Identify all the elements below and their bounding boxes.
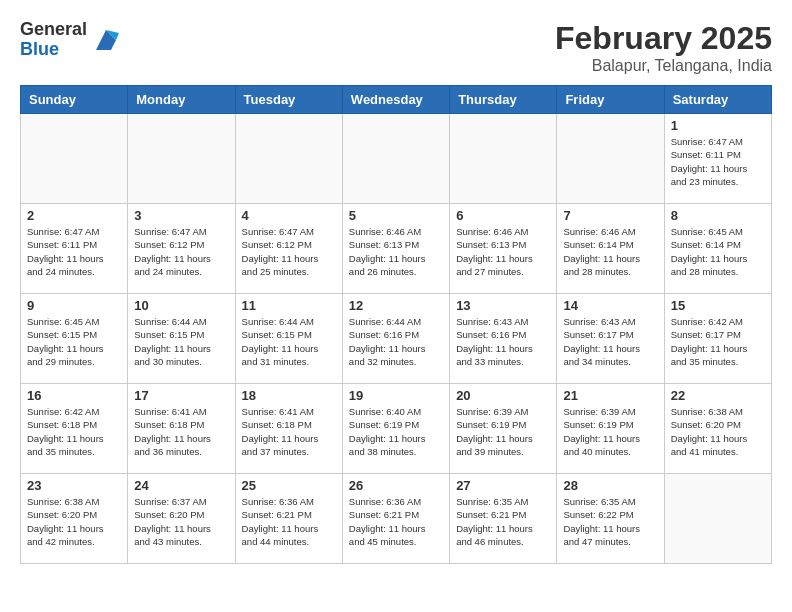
day-number: 18	[242, 388, 336, 403]
day-info: Sunrise: 6:38 AM Sunset: 6:20 PM Dayligh…	[27, 495, 121, 548]
day-number: 19	[349, 388, 443, 403]
logo: General Blue	[20, 20, 121, 60]
day-info: Sunrise: 6:35 AM Sunset: 6:22 PM Dayligh…	[563, 495, 657, 548]
calendar-cell	[21, 114, 128, 204]
day-info: Sunrise: 6:38 AM Sunset: 6:20 PM Dayligh…	[671, 405, 765, 458]
calendar-cell: 4Sunrise: 6:47 AM Sunset: 6:12 PM Daylig…	[235, 204, 342, 294]
day-number: 11	[242, 298, 336, 313]
day-number: 26	[349, 478, 443, 493]
calendar-cell: 18Sunrise: 6:41 AM Sunset: 6:18 PM Dayli…	[235, 384, 342, 474]
calendar-cell	[664, 474, 771, 564]
day-info: Sunrise: 6:46 AM Sunset: 6:14 PM Dayligh…	[563, 225, 657, 278]
calendar-cell: 28Sunrise: 6:35 AM Sunset: 6:22 PM Dayli…	[557, 474, 664, 564]
location-title: Balapur, Telangana, India	[555, 57, 772, 75]
calendar-week-5: 23Sunrise: 6:38 AM Sunset: 6:20 PM Dayli…	[21, 474, 772, 564]
day-number: 5	[349, 208, 443, 223]
weekday-header-monday: Monday	[128, 86, 235, 114]
calendar-cell: 1Sunrise: 6:47 AM Sunset: 6:11 PM Daylig…	[664, 114, 771, 204]
calendar-cell	[557, 114, 664, 204]
day-number: 7	[563, 208, 657, 223]
day-info: Sunrise: 6:45 AM Sunset: 6:14 PM Dayligh…	[671, 225, 765, 278]
calendar-cell	[235, 114, 342, 204]
day-info: Sunrise: 6:37 AM Sunset: 6:20 PM Dayligh…	[134, 495, 228, 548]
day-number: 27	[456, 478, 550, 493]
day-info: Sunrise: 6:41 AM Sunset: 6:18 PM Dayligh…	[134, 405, 228, 458]
calendar-cell: 17Sunrise: 6:41 AM Sunset: 6:18 PM Dayli…	[128, 384, 235, 474]
day-number: 3	[134, 208, 228, 223]
calendar-cell: 3Sunrise: 6:47 AM Sunset: 6:12 PM Daylig…	[128, 204, 235, 294]
day-number: 22	[671, 388, 765, 403]
day-info: Sunrise: 6:44 AM Sunset: 6:16 PM Dayligh…	[349, 315, 443, 368]
title-area: February 2025 Balapur, Telangana, India	[555, 20, 772, 75]
weekday-header-row: SundayMondayTuesdayWednesdayThursdayFrid…	[21, 86, 772, 114]
day-info: Sunrise: 6:40 AM Sunset: 6:19 PM Dayligh…	[349, 405, 443, 458]
day-info: Sunrise: 6:43 AM Sunset: 6:16 PM Dayligh…	[456, 315, 550, 368]
calendar-cell: 19Sunrise: 6:40 AM Sunset: 6:19 PM Dayli…	[342, 384, 449, 474]
day-number: 16	[27, 388, 121, 403]
calendar-cell: 24Sunrise: 6:37 AM Sunset: 6:20 PM Dayli…	[128, 474, 235, 564]
day-number: 21	[563, 388, 657, 403]
day-info: Sunrise: 6:43 AM Sunset: 6:17 PM Dayligh…	[563, 315, 657, 368]
day-number: 13	[456, 298, 550, 313]
calendar-cell: 10Sunrise: 6:44 AM Sunset: 6:15 PM Dayli…	[128, 294, 235, 384]
calendar-cell: 25Sunrise: 6:36 AM Sunset: 6:21 PM Dayli…	[235, 474, 342, 564]
calendar-cell: 5Sunrise: 6:46 AM Sunset: 6:13 PM Daylig…	[342, 204, 449, 294]
day-number: 14	[563, 298, 657, 313]
calendar-cell: 7Sunrise: 6:46 AM Sunset: 6:14 PM Daylig…	[557, 204, 664, 294]
day-number: 10	[134, 298, 228, 313]
day-number: 8	[671, 208, 765, 223]
weekday-header-sunday: Sunday	[21, 86, 128, 114]
day-info: Sunrise: 6:47 AM Sunset: 6:11 PM Dayligh…	[27, 225, 121, 278]
weekday-header-saturday: Saturday	[664, 86, 771, 114]
calendar-cell: 8Sunrise: 6:45 AM Sunset: 6:14 PM Daylig…	[664, 204, 771, 294]
calendar-cell: 9Sunrise: 6:45 AM Sunset: 6:15 PM Daylig…	[21, 294, 128, 384]
calendar-cell: 22Sunrise: 6:38 AM Sunset: 6:20 PM Dayli…	[664, 384, 771, 474]
day-number: 17	[134, 388, 228, 403]
day-number: 12	[349, 298, 443, 313]
day-info: Sunrise: 6:44 AM Sunset: 6:15 PM Dayligh…	[242, 315, 336, 368]
day-info: Sunrise: 6:45 AM Sunset: 6:15 PM Dayligh…	[27, 315, 121, 368]
calendar-cell	[450, 114, 557, 204]
calendar-cell: 27Sunrise: 6:35 AM Sunset: 6:21 PM Dayli…	[450, 474, 557, 564]
day-info: Sunrise: 6:36 AM Sunset: 6:21 PM Dayligh…	[242, 495, 336, 548]
calendar-cell: 23Sunrise: 6:38 AM Sunset: 6:20 PM Dayli…	[21, 474, 128, 564]
day-info: Sunrise: 6:44 AM Sunset: 6:15 PM Dayligh…	[134, 315, 228, 368]
day-info: Sunrise: 6:46 AM Sunset: 6:13 PM Dayligh…	[456, 225, 550, 278]
day-number: 9	[27, 298, 121, 313]
calendar-cell: 12Sunrise: 6:44 AM Sunset: 6:16 PM Dayli…	[342, 294, 449, 384]
day-number: 23	[27, 478, 121, 493]
day-info: Sunrise: 6:47 AM Sunset: 6:12 PM Dayligh…	[134, 225, 228, 278]
day-info: Sunrise: 6:47 AM Sunset: 6:12 PM Dayligh…	[242, 225, 336, 278]
calendar-week-1: 1Sunrise: 6:47 AM Sunset: 6:11 PM Daylig…	[21, 114, 772, 204]
day-info: Sunrise: 6:42 AM Sunset: 6:18 PM Dayligh…	[27, 405, 121, 458]
header: General Blue February 2025 Balapur, Tela…	[20, 20, 772, 75]
day-number: 2	[27, 208, 121, 223]
day-info: Sunrise: 6:46 AM Sunset: 6:13 PM Dayligh…	[349, 225, 443, 278]
calendar-cell: 2Sunrise: 6:47 AM Sunset: 6:11 PM Daylig…	[21, 204, 128, 294]
calendar-cell: 11Sunrise: 6:44 AM Sunset: 6:15 PM Dayli…	[235, 294, 342, 384]
day-info: Sunrise: 6:41 AM Sunset: 6:18 PM Dayligh…	[242, 405, 336, 458]
day-number: 25	[242, 478, 336, 493]
day-number: 1	[671, 118, 765, 133]
calendar-week-3: 9Sunrise: 6:45 AM Sunset: 6:15 PM Daylig…	[21, 294, 772, 384]
day-info: Sunrise: 6:36 AM Sunset: 6:21 PM Dayligh…	[349, 495, 443, 548]
month-title: February 2025	[555, 20, 772, 57]
calendar-cell: 26Sunrise: 6:36 AM Sunset: 6:21 PM Dayli…	[342, 474, 449, 564]
calendar-cell: 15Sunrise: 6:42 AM Sunset: 6:17 PM Dayli…	[664, 294, 771, 384]
weekday-header-thursday: Thursday	[450, 86, 557, 114]
day-info: Sunrise: 6:39 AM Sunset: 6:19 PM Dayligh…	[563, 405, 657, 458]
calendar-cell: 14Sunrise: 6:43 AM Sunset: 6:17 PM Dayli…	[557, 294, 664, 384]
weekday-header-tuesday: Tuesday	[235, 86, 342, 114]
calendar: SundayMondayTuesdayWednesdayThursdayFrid…	[20, 85, 772, 564]
calendar-week-2: 2Sunrise: 6:47 AM Sunset: 6:11 PM Daylig…	[21, 204, 772, 294]
calendar-week-4: 16Sunrise: 6:42 AM Sunset: 6:18 PM Dayli…	[21, 384, 772, 474]
calendar-cell: 20Sunrise: 6:39 AM Sunset: 6:19 PM Dayli…	[450, 384, 557, 474]
day-info: Sunrise: 6:42 AM Sunset: 6:17 PM Dayligh…	[671, 315, 765, 368]
day-number: 24	[134, 478, 228, 493]
day-number: 4	[242, 208, 336, 223]
calendar-cell: 21Sunrise: 6:39 AM Sunset: 6:19 PM Dayli…	[557, 384, 664, 474]
calendar-cell: 16Sunrise: 6:42 AM Sunset: 6:18 PM Dayli…	[21, 384, 128, 474]
day-number: 20	[456, 388, 550, 403]
calendar-cell: 13Sunrise: 6:43 AM Sunset: 6:16 PM Dayli…	[450, 294, 557, 384]
day-info: Sunrise: 6:47 AM Sunset: 6:11 PM Dayligh…	[671, 135, 765, 188]
